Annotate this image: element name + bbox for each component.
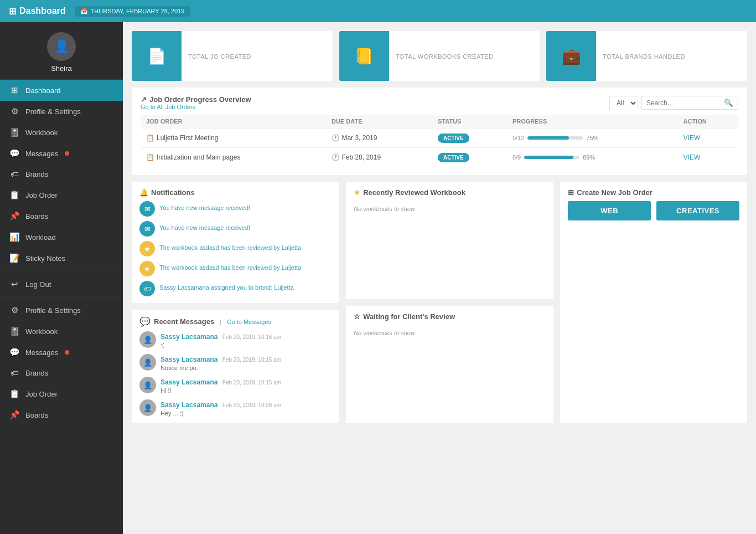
msg-sender: Sassy Lacsamana xyxy=(160,333,218,341)
notif-text[interactable]: The workbook asdasd has been reviewed by… xyxy=(159,261,301,271)
right-col: ⊞ Create New Job Order WEB CREATIVES xyxy=(560,182,747,423)
notif-text[interactable]: You have new message received! xyxy=(159,221,250,231)
dashboard-nav-icon: ⊞ xyxy=(9,85,20,95)
msg-text: Notice me po. xyxy=(160,364,332,371)
msg-body: Sassy Lacsamana Feb 20, 2019, 10:15 am N… xyxy=(160,354,332,371)
jo-row-name: 📋Luljetta First Meeting xyxy=(141,129,326,148)
create-jo-buttons: WEB CREATIVES xyxy=(568,201,739,220)
waiting-review-title: ☆ Waiting for Client's Review xyxy=(354,312,546,321)
message-item: 👤 Sassy Lacsamana Feb 20, 2019, 10:15 am… xyxy=(139,377,332,394)
msg-date: Feb 20, 2019, 10:08 am xyxy=(222,402,281,408)
stat-card-brands: 💼 TOTAL BRANDS HANDLED xyxy=(546,31,747,81)
notifications-title: 🔔 Notifications xyxy=(139,188,332,197)
jo-section-title: ↗ Job Order Progress Overview xyxy=(141,95,251,104)
brands-icon: 🏷 xyxy=(9,170,20,179)
jo-table: JOB ORDER DUE DATE STATUS PROGRESS ACTIO… xyxy=(141,115,738,167)
sidebar-item-job-order-2[interactable]: 📋 Job Order xyxy=(0,383,123,404)
msg-text: :( xyxy=(160,342,332,348)
jo-filter-select[interactable]: All xyxy=(609,96,638,110)
jo-row-action: VIEW xyxy=(678,129,738,148)
notif-icon: ★ xyxy=(139,241,155,256)
plus-icon: ⊞ xyxy=(568,188,574,197)
message-item: 👤 Sassy Lacsamana Feb 20, 2019, 10:16 am… xyxy=(139,331,332,348)
msg-date: Feb 20, 2019, 10:15 am xyxy=(222,357,281,363)
avatar: 👤 xyxy=(47,32,76,61)
go-to-all-jo[interactable]: Go to All Job Orders xyxy=(141,104,251,110)
dashboard-title: ⊞ Dashboard xyxy=(9,6,66,17)
workload-icon: 📊 xyxy=(9,232,20,242)
create-jo-title: ⊞ Create New Job Order xyxy=(568,188,739,197)
sidebar-item-brands-2[interactable]: 🏷 Brands xyxy=(0,363,123,383)
create-jo-web-button[interactable]: WEB xyxy=(568,201,651,220)
sidebar-item-profile-settings[interactable]: ⚙ Profile & Settings xyxy=(0,101,123,122)
sidebar-item-job-order[interactable]: 📋 Job Order xyxy=(0,184,123,206)
sidebar-item-label: Messages xyxy=(25,348,58,357)
create-jo-panel: ⊞ Create New Job Order WEB CREATIVES xyxy=(560,182,747,423)
sidebar: 👤 Sheira ⊞ Dashboard ⚙ Profile & Setting… xyxy=(0,22,123,534)
progress-bar xyxy=(527,136,583,140)
jo-icon: 📄 xyxy=(147,47,167,65)
sidebar-item-sticky-notes[interactable]: 📝 Sticky Notes xyxy=(0,248,123,269)
sidebar-nav: ⊞ Dashboard ⚙ Profile & Settings 📓 Workb… xyxy=(0,80,123,534)
sidebar-item-boards[interactable]: 📌 Boards xyxy=(0,206,123,227)
sidebar-username: Sheira xyxy=(51,64,72,73)
sidebar-item-workbook[interactable]: 📓 Workbook xyxy=(0,122,123,143)
sidebar-item-brands[interactable]: 🏷 Brands xyxy=(0,164,123,184)
workbooks-icon: 📒 xyxy=(354,47,374,65)
calendar-icon: 📅 xyxy=(80,8,88,15)
stat-card-workbooks: 📒 TOTAL WORKBOOKS CREATED xyxy=(339,31,540,81)
message-item: 👤 Sassy Lacsamana Feb 20, 2019, 10:08 am… xyxy=(139,399,332,417)
sidebar-item-workbook-2[interactable]: 📓 Workbook xyxy=(0,321,123,342)
clock-icon: 🕐 xyxy=(332,153,340,161)
sidebar-item-messages[interactable]: 💬 Messages xyxy=(0,143,123,164)
notif-text[interactable]: You have new message received! xyxy=(159,201,250,211)
clock-icon: 🕐 xyxy=(332,134,340,142)
table-row: 📋Luljetta First Meeting 🕐 Mar 3, 2019 AC… xyxy=(141,129,738,148)
sidebar-item-workload[interactable]: 📊 Workload xyxy=(0,227,123,248)
jo-search-input[interactable] xyxy=(642,97,719,109)
jo-filter-row: All 🔍 xyxy=(609,96,738,110)
msg-sender: Sassy Lacsamana xyxy=(160,356,218,363)
sidebar-item-profile-settings-2[interactable]: ⚙ Profile & Settings xyxy=(0,300,123,321)
msg-body: Sassy Lacsamana Feb 20, 2019, 10:08 am H… xyxy=(160,399,332,417)
view-link[interactable]: VIEW xyxy=(683,153,701,161)
view-link[interactable]: VIEW xyxy=(683,134,701,142)
sidebar-item-dashboard[interactable]: ⊞ Dashboard xyxy=(0,80,123,101)
messages-icon-2: 💬 xyxy=(9,347,20,357)
msg-body: Sassy Lacsamana Feb 20, 2019, 10:16 am :… xyxy=(160,331,332,348)
sidebar-item-logout[interactable]: ↩ Log Out xyxy=(0,274,123,295)
jo-col-progress: PROGRESS xyxy=(507,115,678,129)
msg-sender: Sassy Lacsamana xyxy=(160,378,218,386)
star-icon: ★ xyxy=(354,188,360,197)
sidebar-item-label: Boards xyxy=(25,212,48,220)
job-order-icon: 📋 xyxy=(9,190,20,200)
sidebar-item-label: Workbook xyxy=(25,327,58,336)
settings-icon: ⚙ xyxy=(9,106,20,116)
jo-search-button[interactable]: 🔍 xyxy=(719,96,738,109)
jo-icon-small: 📋 xyxy=(146,134,154,142)
sidebar-item-boards-2[interactable]: 📌 Boards xyxy=(0,404,123,425)
job-order-progress-section: ↗ Job Order Progress Overview Go to All … xyxy=(132,88,747,175)
stat-card-jo: 📄 TOTAL JO CREATED xyxy=(132,31,333,81)
briefcase-icon: 💼 xyxy=(562,47,581,65)
notif-text[interactable]: The workbook asdasd has been reviewed by… xyxy=(159,241,301,251)
stat-workbooks-info: TOTAL WORKBOOKS CREATED xyxy=(389,31,540,81)
create-jo-creatives-button[interactable]: CREATIVES xyxy=(656,201,739,220)
notification-item: ✉ You have new message received! xyxy=(139,201,332,217)
msg-avatar: 👤 xyxy=(139,354,156,371)
sidebar-item-label: Log Out xyxy=(25,280,51,289)
left-col: 🔔 Notifications ✉ You have new message r… xyxy=(132,182,339,423)
jo-search-box: 🔍 xyxy=(641,96,738,110)
jo-row-status: ACTIVE xyxy=(432,129,507,148)
sidebar-item-messages-2[interactable]: 💬 Messages xyxy=(0,342,123,363)
stat-workbooks-label: TOTAL WORKBOOKS CREATED xyxy=(396,53,534,60)
go-to-messages-link[interactable]: Go to Messages xyxy=(227,319,271,325)
msg-text: Hey ... :) xyxy=(160,410,332,417)
boards-icon: 📌 xyxy=(9,211,20,221)
settings-icon-2: ⚙ xyxy=(9,305,20,315)
jo-row-name: 📋Initialization and Main pages xyxy=(141,148,326,167)
sidebar-item-label: Workload xyxy=(25,233,56,242)
msg-avatar: 👤 xyxy=(139,377,156,393)
notifications-list: ✉ You have new message received! ✉ You h… xyxy=(139,201,332,296)
notif-text[interactable]: Sassy Lacsamana assigned you to brand: L… xyxy=(159,281,294,291)
